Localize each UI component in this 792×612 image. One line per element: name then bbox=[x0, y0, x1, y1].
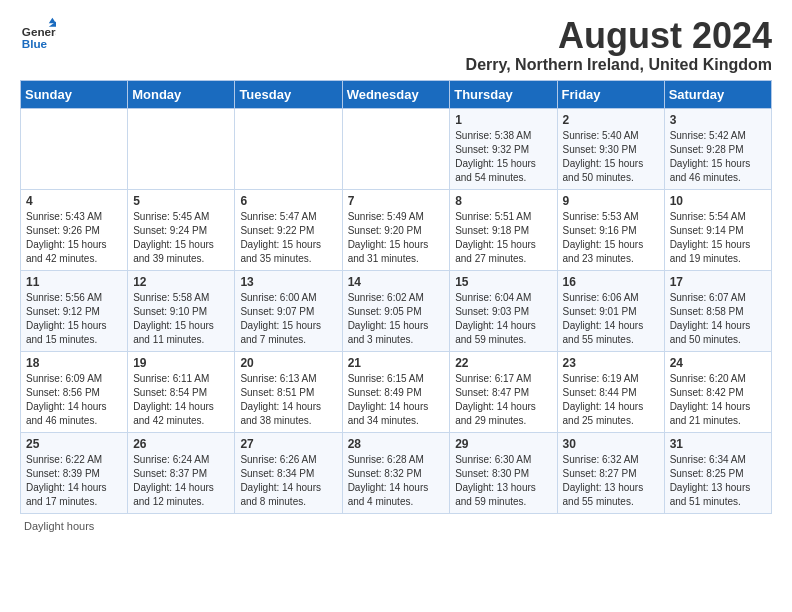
main-title: August 2024 bbox=[466, 16, 772, 56]
calendar-cell: 3Sunrise: 5:42 AMSunset: 9:28 PMDaylight… bbox=[664, 108, 771, 189]
day-number: 7 bbox=[348, 194, 445, 208]
day-info: Daylight: 15 hours and 19 minutes. bbox=[670, 238, 766, 266]
svg-text:Blue: Blue bbox=[22, 37, 48, 50]
day-info: Daylight: 14 hours and 25 minutes. bbox=[563, 400, 659, 428]
day-info: Sunrise: 6:06 AM bbox=[563, 291, 659, 305]
calendar-cell: 24Sunrise: 6:20 AMSunset: 8:42 PMDayligh… bbox=[664, 351, 771, 432]
day-info: Sunrise: 5:49 AM bbox=[348, 210, 445, 224]
day-number: 5 bbox=[133, 194, 229, 208]
day-number: 21 bbox=[348, 356, 445, 370]
calendar-cell: 2Sunrise: 5:40 AMSunset: 9:30 PMDaylight… bbox=[557, 108, 664, 189]
day-info: Sunset: 8:42 PM bbox=[670, 386, 766, 400]
subtitle: Derry, Northern Ireland, United Kingdom bbox=[466, 56, 772, 74]
logo: General Blue bbox=[20, 16, 56, 52]
calendar-cell: 21Sunrise: 6:15 AMSunset: 8:49 PMDayligh… bbox=[342, 351, 450, 432]
day-info: Daylight: 15 hours and 31 minutes. bbox=[348, 238, 445, 266]
calendar-table: SundayMondayTuesdayWednesdayThursdayFrid… bbox=[20, 80, 772, 514]
day-info: Sunrise: 6:02 AM bbox=[348, 291, 445, 305]
day-number: 25 bbox=[26, 437, 122, 451]
day-info: Daylight: 14 hours and 21 minutes. bbox=[670, 400, 766, 428]
day-info: Daylight: 15 hours and 46 minutes. bbox=[670, 157, 766, 185]
day-number: 4 bbox=[26, 194, 122, 208]
day-info: Sunset: 9:26 PM bbox=[26, 224, 122, 238]
calendar-cell bbox=[342, 108, 450, 189]
calendar-header-sunday: Sunday bbox=[21, 80, 128, 108]
logo-icon: General Blue bbox=[20, 16, 56, 52]
day-info: Daylight: 14 hours and 38 minutes. bbox=[240, 400, 336, 428]
day-info: Sunrise: 5:54 AM bbox=[670, 210, 766, 224]
calendar-cell: 15Sunrise: 6:04 AMSunset: 9:03 PMDayligh… bbox=[450, 270, 557, 351]
calendar-cell: 9Sunrise: 5:53 AMSunset: 9:16 PMDaylight… bbox=[557, 189, 664, 270]
day-info: Sunrise: 6:09 AM bbox=[26, 372, 122, 386]
day-number: 19 bbox=[133, 356, 229, 370]
day-info: Sunset: 8:34 PM bbox=[240, 467, 336, 481]
calendar-cell: 23Sunrise: 6:19 AMSunset: 8:44 PMDayligh… bbox=[557, 351, 664, 432]
day-info: Sunset: 9:01 PM bbox=[563, 305, 659, 319]
day-info: Sunset: 8:54 PM bbox=[133, 386, 229, 400]
day-info: Sunset: 9:05 PM bbox=[348, 305, 445, 319]
day-info: Daylight: 15 hours and 54 minutes. bbox=[455, 157, 551, 185]
day-info: Sunrise: 6:26 AM bbox=[240, 453, 336, 467]
day-info: Sunrise: 6:34 AM bbox=[670, 453, 766, 467]
calendar-cell: 29Sunrise: 6:30 AMSunset: 8:30 PMDayligh… bbox=[450, 432, 557, 513]
day-number: 12 bbox=[133, 275, 229, 289]
day-info: Daylight: 15 hours and 23 minutes. bbox=[563, 238, 659, 266]
day-number: 9 bbox=[563, 194, 659, 208]
day-info: Sunset: 8:56 PM bbox=[26, 386, 122, 400]
day-info: Daylight: 14 hours and 8 minutes. bbox=[240, 481, 336, 509]
calendar-cell: 20Sunrise: 6:13 AMSunset: 8:51 PMDayligh… bbox=[235, 351, 342, 432]
calendar-cell: 31Sunrise: 6:34 AMSunset: 8:25 PMDayligh… bbox=[664, 432, 771, 513]
day-info: Sunset: 9:20 PM bbox=[348, 224, 445, 238]
calendar-cell: 25Sunrise: 6:22 AMSunset: 8:39 PMDayligh… bbox=[21, 432, 128, 513]
day-number: 13 bbox=[240, 275, 336, 289]
calendar-header-saturday: Saturday bbox=[664, 80, 771, 108]
day-info: Sunrise: 5:42 AM bbox=[670, 129, 766, 143]
calendar-cell: 13Sunrise: 6:00 AMSunset: 9:07 PMDayligh… bbox=[235, 270, 342, 351]
day-number: 28 bbox=[348, 437, 445, 451]
day-info: Sunrise: 5:45 AM bbox=[133, 210, 229, 224]
day-info: Daylight: 13 hours and 51 minutes. bbox=[670, 481, 766, 509]
day-number: 1 bbox=[455, 113, 551, 127]
calendar-week-row: 11Sunrise: 5:56 AMSunset: 9:12 PMDayligh… bbox=[21, 270, 772, 351]
day-info: Daylight: 14 hours and 17 minutes. bbox=[26, 481, 122, 509]
day-info: Daylight: 15 hours and 11 minutes. bbox=[133, 319, 229, 347]
day-info: Daylight: 14 hours and 42 minutes. bbox=[133, 400, 229, 428]
calendar-header-wednesday: Wednesday bbox=[342, 80, 450, 108]
day-info: Sunrise: 6:11 AM bbox=[133, 372, 229, 386]
day-info: Daylight: 13 hours and 59 minutes. bbox=[455, 481, 551, 509]
day-info: Sunset: 9:28 PM bbox=[670, 143, 766, 157]
day-info: Sunset: 8:47 PM bbox=[455, 386, 551, 400]
calendar-cell: 26Sunrise: 6:24 AMSunset: 8:37 PMDayligh… bbox=[128, 432, 235, 513]
day-number: 15 bbox=[455, 275, 551, 289]
day-info: Sunrise: 5:53 AM bbox=[563, 210, 659, 224]
day-info: Sunset: 9:18 PM bbox=[455, 224, 551, 238]
calendar-cell: 17Sunrise: 6:07 AMSunset: 8:58 PMDayligh… bbox=[664, 270, 771, 351]
day-info: Sunrise: 6:20 AM bbox=[670, 372, 766, 386]
calendar-cell: 4Sunrise: 5:43 AMSunset: 9:26 PMDaylight… bbox=[21, 189, 128, 270]
calendar-cell: 22Sunrise: 6:17 AMSunset: 8:47 PMDayligh… bbox=[450, 351, 557, 432]
day-info: Sunset: 8:44 PM bbox=[563, 386, 659, 400]
day-number: 22 bbox=[455, 356, 551, 370]
day-info: Daylight: 14 hours and 12 minutes. bbox=[133, 481, 229, 509]
calendar-week-row: 25Sunrise: 6:22 AMSunset: 8:39 PMDayligh… bbox=[21, 432, 772, 513]
day-info: Daylight: 14 hours and 46 minutes. bbox=[26, 400, 122, 428]
day-info: Sunset: 8:51 PM bbox=[240, 386, 336, 400]
day-info: Daylight: 14 hours and 34 minutes. bbox=[348, 400, 445, 428]
calendar-week-row: 18Sunrise: 6:09 AMSunset: 8:56 PMDayligh… bbox=[21, 351, 772, 432]
day-info: Sunset: 8:25 PM bbox=[670, 467, 766, 481]
day-info: Sunset: 8:37 PM bbox=[133, 467, 229, 481]
day-info: Sunrise: 6:04 AM bbox=[455, 291, 551, 305]
calendar-week-row: 4Sunrise: 5:43 AMSunset: 9:26 PMDaylight… bbox=[21, 189, 772, 270]
day-info: Sunset: 9:12 PM bbox=[26, 305, 122, 319]
day-info: Sunrise: 5:43 AM bbox=[26, 210, 122, 224]
calendar-header-friday: Friday bbox=[557, 80, 664, 108]
day-info: Sunset: 9:32 PM bbox=[455, 143, 551, 157]
calendar-cell: 7Sunrise: 5:49 AMSunset: 9:20 PMDaylight… bbox=[342, 189, 450, 270]
day-info: Daylight: 14 hours and 50 minutes. bbox=[670, 319, 766, 347]
calendar-cell bbox=[235, 108, 342, 189]
day-info: Daylight: 15 hours and 42 minutes. bbox=[26, 238, 122, 266]
day-info: Daylight: 13 hours and 55 minutes. bbox=[563, 481, 659, 509]
day-info: Sunrise: 6:07 AM bbox=[670, 291, 766, 305]
day-info: Daylight: 15 hours and 15 minutes. bbox=[26, 319, 122, 347]
footer: Daylight hours bbox=[20, 520, 772, 532]
